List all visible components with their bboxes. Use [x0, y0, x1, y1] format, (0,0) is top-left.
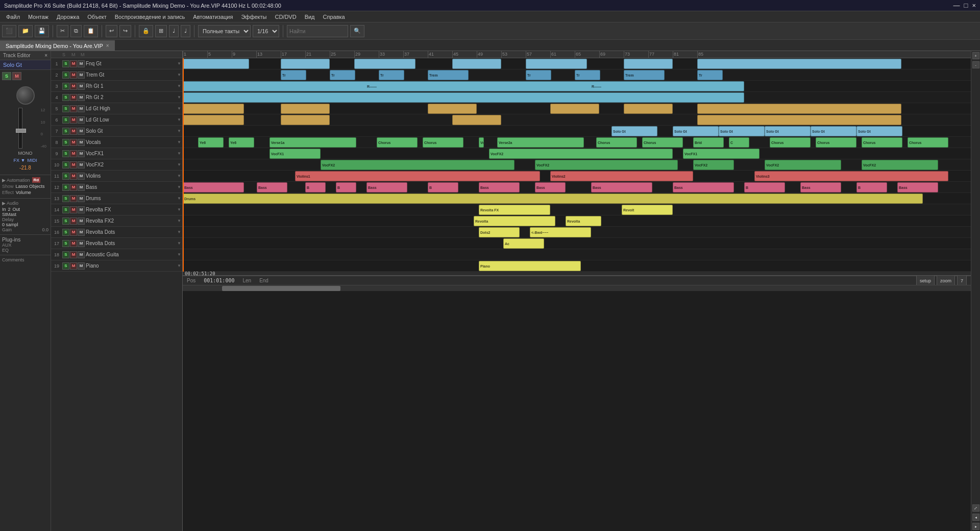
clip-bass-7[interactable]: Bass: [479, 182, 520, 192]
clip-vocals-chorus1[interactable]: Chorus: [377, 137, 418, 148]
clip-revolta-fx-1[interactable]: Revolta FX: [479, 205, 550, 215]
clip-bass-3[interactable]: B: [305, 182, 326, 192]
clip-vocals-verse1a[interactable]: Verse1a: [270, 137, 356, 148]
clip-piano-1[interactable]: Piano: [479, 261, 581, 271]
track9-mm[interactable]: M: [78, 150, 85, 157]
search-button[interactable]: 🔍: [350, 25, 364, 37]
track5-arrow[interactable]: ▼: [177, 106, 181, 111]
track15-mute[interactable]: M: [70, 218, 77, 225]
clip-tremgt-8[interactable]: Tr: [697, 70, 723, 80]
fx-label[interactable]: FX ▼: [14, 158, 26, 163]
clip-bass-1[interactable]: Bass: [183, 182, 244, 192]
eq-label[interactable]: EQ: [2, 248, 48, 253]
clip-vocals-chorus2[interactable]: Chorus: [423, 137, 463, 148]
clip-revolta-fx2-2[interactable]: Revolta: [566, 216, 601, 226]
toolbar-redo[interactable]: ↪: [119, 25, 131, 37]
track11-mute[interactable]: M: [70, 173, 77, 180]
toolbar-grid[interactable]: ⊞: [155, 25, 167, 37]
clip-tremgt-1[interactable]: Tr: [281, 70, 306, 80]
toolbar-metronome[interactable]: ♩: [169, 25, 179, 37]
track8-mute[interactable]: M: [70, 139, 77, 146]
rd-badge[interactable]: Rd: [32, 177, 41, 183]
track4-mute[interactable]: M: [70, 94, 77, 101]
clip-fnqgt-7[interactable]: [697, 59, 901, 69]
clip-vocfx2-3[interactable]: VocFX2: [693, 160, 734, 170]
track14-mm[interactable]: M: [78, 206, 85, 213]
toolbar-undo[interactable]: ↩: [106, 25, 117, 37]
clip-fnqgt-1[interactable]: [183, 59, 249, 69]
clip-vocals-chorus7[interactable]: Chorus: [862, 137, 902, 148]
track2-arrow[interactable]: ▼: [177, 73, 181, 77]
clip-fnqgt-5[interactable]: [526, 59, 587, 69]
track2-solo[interactable]: S: [62, 71, 69, 79]
track4-arrow[interactable]: ▼: [177, 95, 181, 100]
track1-mm[interactable]: M: [78, 60, 85, 67]
track2-mm[interactable]: M: [78, 71, 85, 79]
track3-arrow[interactable]: ▼: [177, 84, 181, 88]
track13-mm[interactable]: M: [78, 195, 85, 202]
track5-mute[interactable]: M: [70, 105, 77, 112]
track11-solo[interactable]: S: [62, 173, 69, 180]
track3-mm[interactable]: M: [78, 83, 85, 90]
clip-violins-1[interactable]: Violins1: [295, 171, 540, 181]
clip-bass-13[interactable]: B: [856, 182, 887, 192]
track18-solo[interactable]: S: [62, 251, 69, 258]
clip-revolta-dots-2[interactable]: <-Bwd~~~: [530, 227, 591, 237]
clip-tremgt-7[interactable]: Trem: [624, 70, 665, 80]
track17-solo[interactable]: S: [62, 240, 69, 247]
toolbar-paste[interactable]: 📋: [84, 25, 98, 37]
scroll-down-btn[interactable]: -: [972, 61, 979, 68]
toolbar-save[interactable]: 💾: [35, 25, 49, 37]
comments-label[interactable]: Comments: [0, 255, 51, 264]
clip-bass-4[interactable]: B: [336, 182, 356, 192]
mute-button[interactable]: M: [12, 72, 21, 80]
menu-item-эффекты[interactable]: Эффекты: [237, 13, 271, 21]
track12-mute[interactable]: M: [70, 184, 77, 191]
window-controls[interactable]: — □ ×: [953, 2, 976, 9]
clip-revolta-dots2-1[interactable]: Ac: [503, 238, 544, 249]
clip-vocals-c[interactable]: C: [729, 137, 749, 148]
clip-fnqgt-3[interactable]: [354, 59, 415, 69]
menu-item-дорожка[interactable]: Дорожка: [53, 13, 83, 21]
clip-ldgthigh-1[interactable]: [183, 104, 244, 114]
clip-bass-2[interactable]: Bass: [257, 182, 287, 192]
clip-vocfx1-2[interactable]: VocFX2: [489, 149, 673, 159]
clip-fnqgt-2[interactable]: [281, 59, 330, 69]
clip-vocals-2[interactable]: Ye6: [229, 137, 254, 148]
track17-mute[interactable]: M: [70, 240, 77, 247]
track16-mute[interactable]: M: [70, 229, 77, 236]
track19-solo[interactable]: S: [62, 262, 69, 270]
clip-tremgt-4[interactable]: Trem: [428, 70, 469, 80]
clip-soloGt-2[interactable]: Solo Gt: [673, 126, 719, 136]
track1-solo[interactable]: S: [62, 60, 69, 67]
clip-vocals-chorus8[interactable]: Chorus: [908, 137, 948, 148]
menu-item-автоматизация[interactable]: Автоматизация: [189, 13, 237, 21]
track6-solo[interactable]: S: [62, 116, 69, 124]
minimize-btn[interactable]: —: [953, 2, 960, 9]
aux-label[interactable]: AUX: [2, 243, 48, 248]
toolbar-open[interactable]: 📁: [18, 25, 33, 37]
clip-ldgtlow-2[interactable]: [281, 115, 330, 125]
track14-solo[interactable]: S: [62, 206, 69, 213]
track10-solo[interactable]: S: [62, 161, 69, 168]
clip-vocals-ve[interactable]: Ve: [479, 137, 484, 148]
clip-ldgthigh-5[interactable]: [624, 104, 673, 114]
clip-rhgt2-1[interactable]: [183, 92, 744, 103]
clip-revolta-dots-1[interactable]: Dots2: [479, 227, 520, 237]
clip-vocals-1[interactable]: Ye6: [198, 137, 224, 148]
clip-ldgtlow-4[interactable]: [697, 115, 901, 125]
track18-mm[interactable]: M: [78, 251, 85, 258]
track15-mm[interactable]: M: [78, 218, 85, 225]
clip-bass-8[interactable]: Bass: [535, 182, 566, 192]
clip-vocals-chorus3[interactable]: Chorus: [596, 137, 637, 148]
track18-mute[interactable]: M: [70, 251, 77, 258]
track13-arrow[interactable]: ▼: [177, 196, 181, 201]
clip-revolta-fx2-1[interactable]: Revolta: [474, 216, 555, 226]
toolbar-cut[interactable]: ✂: [57, 25, 68, 37]
expand-btn[interactable]: ⤢: [972, 504, 979, 512]
clip-soloGt-4[interactable]: Solo Gt: [765, 126, 811, 136]
fader-handle[interactable]: [16, 129, 26, 133]
clip-bass-14[interactable]: Bass: [897, 182, 938, 192]
clip-ldgtlow-3[interactable]: [452, 115, 501, 125]
track-editor-close[interactable]: ×: [44, 53, 47, 58]
